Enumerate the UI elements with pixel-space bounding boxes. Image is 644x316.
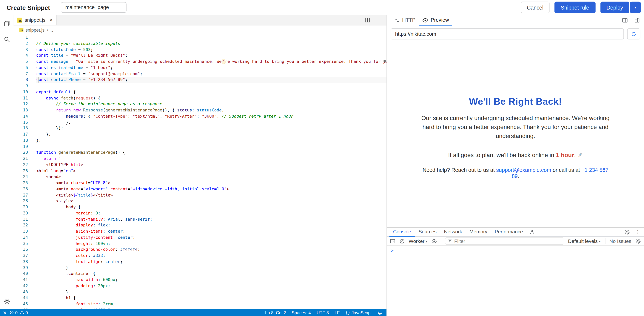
- code-line[interactable]: };: [36, 138, 386, 144]
- code-line[interactable]: body {: [36, 204, 386, 210]
- line-number[interactable]: 46: [14, 307, 28, 309]
- eol-sequence[interactable]: LF: [334, 310, 340, 315]
- code-line[interactable]: });: [36, 125, 386, 131]
- code-line[interactable]: font-size: 2rem;: [36, 301, 386, 307]
- code-line[interactable]: max-width: 600px;: [36, 277, 386, 283]
- url-input[interactable]: [390, 29, 624, 40]
- line-number[interactable]: 30: [14, 210, 28, 216]
- code-line[interactable]: <title>${title}</title>: [36, 192, 386, 198]
- breadcrumb-symbol[interactable]: …: [50, 28, 55, 32]
- line-number[interactable]: 34: [14, 234, 28, 240]
- code-line[interactable]: function generateMaintenancePage() {: [36, 150, 386, 156]
- device-toolbar-icon[interactable]: [634, 17, 640, 23]
- line-number[interactable]: 40: [14, 271, 28, 277]
- code-line[interactable]: margin: 0;: [36, 210, 386, 216]
- code-line[interactable]: const title = "We'll Be Right Back!";: [36, 53, 386, 59]
- line-number[interactable]: 17: [14, 131, 28, 137]
- code-line[interactable]: padding: 20px;: [36, 283, 386, 289]
- tab-http[interactable]: HTTP: [391, 15, 419, 26]
- code-line[interactable]: // Define your customizable inputs: [36, 41, 386, 47]
- code-line[interactable]: color: #333;: [36, 253, 386, 259]
- support-email-link[interactable]: support@example.com: [496, 167, 551, 173]
- tab-snippet-js[interactable]: JS snippet.js ×: [14, 15, 57, 25]
- line-number[interactable]: 32: [14, 222, 28, 228]
- language-mode[interactable]: {} JavaScript: [345, 310, 372, 315]
- line-number[interactable]: 22: [14, 162, 28, 168]
- line-number[interactable]: 39: [14, 265, 28, 271]
- code-line[interactable]: },: [36, 119, 386, 125]
- line-number[interactable]: 29: [14, 204, 28, 210]
- line-number[interactable]: 10: [14, 89, 28, 95]
- line-number[interactable]: 45: [14, 301, 28, 307]
- code-line[interactable]: <style>: [36, 198, 386, 204]
- line-number[interactable]: 1: [14, 35, 28, 41]
- context-selector[interactable]: Worker ▾: [409, 238, 428, 244]
- code-line[interactable]: }: [36, 289, 386, 295]
- line-number[interactable]: 16: [14, 125, 28, 131]
- line-number[interactable]: 14: [14, 113, 28, 119]
- line-number[interactable]: 13: [14, 107, 28, 113]
- encoding[interactable]: UTF-8: [316, 310, 329, 315]
- code-line[interactable]: font-family: Arial, sans-serif;: [36, 216, 386, 222]
- line-number[interactable]: 37: [14, 253, 28, 259]
- code-line[interactable]: .container {: [36, 271, 386, 277]
- console-settings-gear-icon[interactable]: [636, 238, 641, 244]
- line-number[interactable]: 3: [14, 47, 28, 53]
- snippet-rule-button[interactable]: Snippet rule: [554, 2, 595, 13]
- code-line[interactable]: color: #0051c3;: [36, 307, 386, 309]
- code-line[interactable]: return `: [36, 156, 386, 162]
- code-line[interactable]: const message = "Our site is currently u…: [36, 59, 386, 65]
- devtools-tab-memory[interactable]: Memory: [466, 228, 491, 237]
- remote-indicator-icon[interactable]: [2, 310, 7, 315]
- line-number[interactable]: 15: [14, 119, 28, 125]
- line-number[interactable]: 41: [14, 277, 28, 283]
- line-number[interactable]: 35: [14, 241, 28, 247]
- code-line[interactable]: <html lang="en">: [36, 168, 386, 174]
- problems-warnings[interactable]: 0: [20, 310, 28, 315]
- indentation[interactable]: Spaces: 4: [292, 310, 311, 315]
- line-number[interactable]: 27: [14, 192, 28, 198]
- files-copy-icon[interactable]: [3, 20, 10, 27]
- search-icon[interactable]: [4, 36, 10, 43]
- notifications-bell-icon[interactable]: [378, 310, 382, 315]
- code-line[interactable]: async fetch(request) {: [36, 95, 386, 101]
- cancel-button[interactable]: Cancel: [521, 2, 550, 13]
- line-number[interactable]: 25: [14, 180, 28, 186]
- code-line[interactable]: const contactPhone = "+1 234 567 89";: [36, 77, 386, 83]
- breadcrumb-file[interactable]: snippet.js: [26, 28, 44, 32]
- line-number[interactable]: 7: [14, 71, 28, 77]
- line-number[interactable]: 36: [14, 247, 28, 253]
- deploy-button[interactable]: Deploy: [600, 2, 629, 13]
- code-line[interactable]: h1 {: [36, 295, 386, 301]
- devtools-tab-network[interactable]: Network: [440, 228, 466, 237]
- clear-console-icon[interactable]: [399, 238, 405, 244]
- line-number[interactable]: 19: [14, 144, 28, 150]
- line-number[interactable]: 43: [14, 289, 28, 295]
- code-line[interactable]: [36, 144, 386, 150]
- live-expression-eye-icon[interactable]: [431, 238, 437, 244]
- snippet-name-input[interactable]: [61, 2, 126, 13]
- deploy-dropdown-button[interactable]: ▾: [630, 2, 641, 13]
- code-line[interactable]: text-align: center;: [36, 259, 386, 265]
- code-line[interactable]: }: [36, 265, 386, 271]
- code-line[interactable]: export default {: [36, 89, 386, 95]
- code-line[interactable]: const estimatedTime = "1 hour";: [36, 65, 386, 71]
- line-number[interactable]: 31: [14, 216, 28, 222]
- refresh-button[interactable]: [627, 29, 640, 40]
- code-line[interactable]: <meta name="viewport" content="width=dev…: [36, 186, 386, 192]
- devtools-tab-sources[interactable]: Sources: [415, 228, 440, 237]
- line-number[interactable]: 18: [14, 138, 28, 144]
- code-line[interactable]: align-items: center;: [36, 228, 386, 234]
- code-line[interactable]: },: [36, 131, 386, 137]
- tab-preview[interactable]: Preview: [419, 15, 452, 26]
- devtools-tab-console[interactable]: Console: [389, 228, 415, 237]
- line-number[interactable]: 33: [14, 228, 28, 234]
- console-prompt-icon[interactable]: >: [390, 248, 394, 253]
- code-line[interactable]: background-color: #f4f4f4;: [36, 247, 386, 253]
- line-number[interactable]: 2: [14, 41, 28, 47]
- more-actions-icon[interactable]: ⋯: [376, 17, 382, 23]
- line-number[interactable]: 8: [14, 77, 28, 83]
- code-line[interactable]: justify-content: center;: [36, 234, 386, 240]
- line-number[interactable]: 4: [14, 53, 28, 59]
- code-line[interactable]: display: flex;: [36, 222, 386, 228]
